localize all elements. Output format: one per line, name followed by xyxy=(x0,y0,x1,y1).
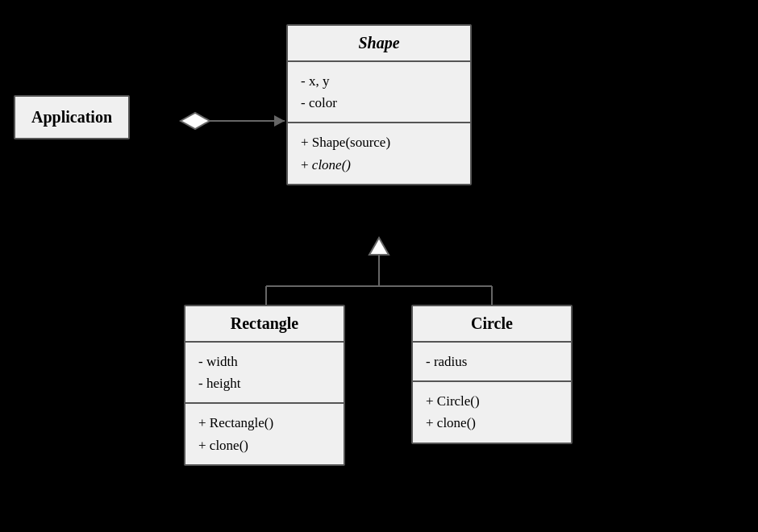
shape-method-2: + clone() xyxy=(301,154,457,176)
shape-class-header: Shape xyxy=(288,26,470,62)
rect-method-2: + clone() xyxy=(198,434,331,456)
circle-class-header: Circle xyxy=(413,306,571,343)
circle-method-1: + Circle() xyxy=(426,390,558,412)
rect-attr-2: - height xyxy=(198,372,331,394)
svg-marker-7 xyxy=(369,238,389,255)
svg-marker-0 xyxy=(181,113,210,129)
circle-attr-1: - radius xyxy=(426,351,558,372)
rectangle-class-name: Rectangle xyxy=(231,314,298,332)
application-label: Application xyxy=(31,108,112,126)
circle-class-name: Circle xyxy=(471,314,513,332)
rectangle-methods-section: + Rectangle() + clone() xyxy=(185,404,344,463)
shape-class-box: Shape - x, y - color + Shape(source) + c… xyxy=(286,24,472,185)
shape-attr-2: - color xyxy=(301,92,457,114)
shape-methods-section: + Shape(source) + clone() xyxy=(288,123,470,183)
rectangle-attributes-section: - width - height xyxy=(185,343,344,404)
shape-attr-1: - x, y xyxy=(301,70,457,92)
circle-methods-section: + Circle() + clone() xyxy=(413,382,571,442)
rect-method-1: + Rectangle() xyxy=(198,412,331,434)
rectangle-class-box: Rectangle - width - height + Rectangle()… xyxy=(184,305,345,466)
shape-method-1: + Shape(source) xyxy=(301,131,457,153)
circle-method-2: + clone() xyxy=(426,412,558,434)
diagram-container: Application Shape - x, y - color + Shape… xyxy=(0,0,758,532)
circle-attributes-section: - radius xyxy=(413,343,571,382)
rect-attr-1: - width xyxy=(198,351,331,372)
rectangle-class-header: Rectangle xyxy=(185,306,344,343)
svg-marker-2 xyxy=(274,115,285,127)
application-class-box: Application xyxy=(14,95,130,139)
shape-attributes-section: - x, y - color xyxy=(288,62,470,123)
shape-class-name: Shape xyxy=(358,34,399,52)
circle-class-box: Circle - radius + Circle() + clone() xyxy=(411,305,573,444)
